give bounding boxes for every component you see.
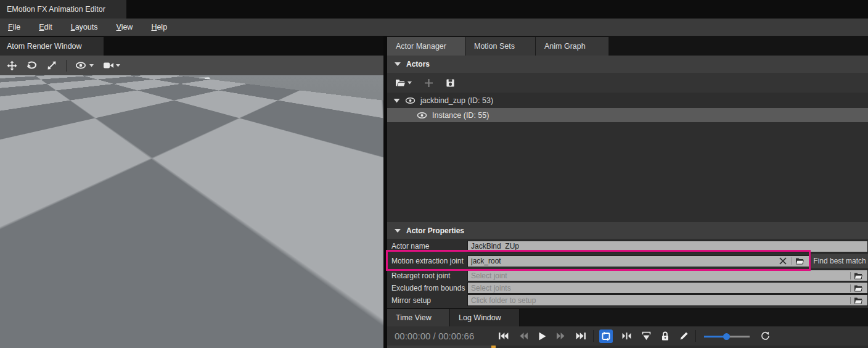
actors-tree: jackbind_zup (ID: 53) Instance (ID: 55) [387,93,868,122]
pen-button[interactable] [677,330,691,342]
skip-to-end-button[interactable] [573,331,589,341]
skip-to-start-icon [498,332,509,340]
render-tab-row: Atom Render Window [0,36,383,56]
eye-icon[interactable] [405,97,416,104]
toolbar-separator [695,330,696,342]
tab-actor-manager[interactable]: Actor Manager [387,37,465,56]
menu-help[interactable]: Help [142,19,176,36]
skip-to-end-icon [576,332,586,340]
play-button[interactable] [536,331,549,342]
find-best-match-button[interactable]: Find best match [811,254,868,268]
tree-item-label: Instance (ID: 55) [432,111,489,120]
loop-toggle-button[interactable] [599,329,613,343]
visibility-options-button[interactable] [74,59,96,72]
lock-button[interactable] [658,330,672,342]
slider-handle[interactable] [723,333,730,340]
goto-marker-icon [642,331,651,341]
camera-icon [103,61,114,70]
collapse-caret-icon [395,229,401,233]
goto-marker-button[interactable] [639,330,653,342]
step-forward-icon [556,332,566,340]
clear-icon [779,257,787,265]
menu-file[interactable]: File [0,19,30,36]
tab-motion-sets[interactable]: Motion Sets [465,37,536,56]
folder-icon [854,284,862,292]
rotate-tool-button[interactable] [25,59,39,72]
visibility-eye-icon [76,61,88,70]
rotate-tool-icon [27,60,38,70]
mirror-setup-folder-button[interactable] [850,297,864,304]
tab-anim-graph[interactable]: Anim Graph [536,37,609,56]
move-tool-icon [7,60,17,71]
menu-edit[interactable]: Edit [30,19,62,36]
seek-playhead-icon [621,332,632,340]
viewport-toolbar [0,56,383,75]
scale-tool-button[interactable] [45,59,59,72]
tab-log-window[interactable]: Log Window [450,309,520,326]
tree-empty-area [387,122,868,222]
tree-row-instance-selected[interactable]: Instance (ID: 55) [387,108,868,122]
toolbar-separator [593,330,594,342]
actors-section-header[interactable]: Actors [387,56,868,73]
property-row-mirror-setup: Mirror setup Click folder to setup [387,294,868,306]
reset-icon [761,331,770,341]
mirror-setup-input[interactable]: Click folder to setup [467,294,868,306]
move-tool-button[interactable] [5,59,19,73]
property-label: Retarget root joint [387,271,467,280]
window-title-tab[interactable]: EMotion FX Animation Editor [0,0,126,19]
character-model [0,75,383,348]
step-backward-icon [518,332,528,340]
scale-tool-icon [47,60,57,70]
playback-speed-slider[interactable] [704,332,750,341]
chevron-down-icon [116,64,120,67]
bottom-tab-row: Time View Log Window [387,308,868,326]
property-label: Mirror setup [387,296,467,305]
tab-time-view[interactable]: Time View [387,309,450,326]
menubar: File Edit Layouts View Help [0,19,868,36]
step-forward-button[interactable] [554,331,568,341]
tree-item-label: jackbind_zup (ID: 53) [420,96,493,105]
timeline-ruler[interactable] [387,346,868,348]
actor-properties-header[interactable]: Actor Properties [387,222,868,239]
property-label: Motion extraction joint [387,257,467,265]
step-backward-button[interactable] [516,331,531,341]
save-icon [446,78,455,88]
eye-icon[interactable] [417,112,427,119]
pick-joint-button[interactable] [792,257,806,265]
property-row-retarget-root-joint: Retarget root joint Select joint [387,270,868,281]
playhead-marker[interactable] [491,346,496,348]
actors-toolbar [387,73,868,93]
menu-layouts[interactable]: Layouts [62,19,107,36]
lock-icon [661,331,669,341]
actor-properties-grid: Actor name JackBind_ZUp Motion extractio… [387,239,868,308]
tree-row-actor[interactable]: jackbind_zup (ID: 53) [387,93,868,108]
folder-icon [854,297,862,304]
seek-playhead-button[interactable] [619,331,634,341]
camera-options-button[interactable] [101,59,122,72]
add-icon [424,78,433,88]
menu-view[interactable]: View [107,19,142,36]
property-row-excluded-from-bounds: Excluded from bounds Select joints [387,282,868,294]
window-title: EMotion FX Animation Editor [7,5,105,14]
property-row-actor-name: Actor name JackBind_ZUp [387,240,868,252]
add-actor-button[interactable] [422,77,435,89]
open-folder-icon [395,79,406,87]
playback-toolbar: 00:00:00 / 00:00:66 [387,326,868,346]
play-icon [538,332,546,341]
pick-joint-button[interactable] [850,272,864,280]
property-label: Excluded from bounds [387,284,467,292]
reset-button[interactable] [758,330,772,342]
open-actor-button[interactable] [393,77,414,89]
save-actor-button[interactable] [444,77,457,89]
tab-atom-render-window[interactable]: Atom Render Window [0,37,104,56]
pen-icon [679,331,689,341]
excluded-from-bounds-input[interactable]: Select joints [467,282,868,294]
skip-to-start-button[interactable] [496,331,511,341]
clear-joint-button[interactable] [777,257,789,265]
expand-caret-icon[interactable] [393,98,400,103]
retarget-root-joint-input[interactable]: Select joint [467,270,868,281]
motion-extraction-joint-input[interactable]: jack_root [467,255,809,267]
pick-joints-button[interactable] [850,284,864,292]
actor-name-input[interactable]: JackBind_ZUp [467,241,868,252]
render-viewport[interactable] [0,75,383,348]
